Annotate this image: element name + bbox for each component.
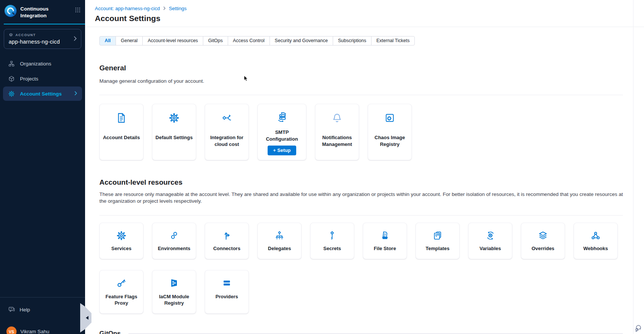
smtp-setup-button[interactable]: + Setup bbox=[268, 146, 297, 155]
card-secrets[interactable]: Secrets bbox=[310, 223, 354, 259]
card-notifications-management[interactable]: Notifications Management bbox=[315, 104, 359, 160]
tab-gitops[interactable]: GitOps bbox=[203, 36, 228, 46]
card-integration-cloud-cost[interactable]: Integration for cloud cost bbox=[205, 104, 249, 160]
chat-bubbles-icon bbox=[633, 323, 643, 332]
tab-general[interactable]: General bbox=[116, 36, 143, 46]
main-content: Account: app-harness-ng-cicd Settings Ac… bbox=[85, 0, 644, 334]
card-chaos-image-registry[interactable]: Chaos Image Registry bbox=[368, 104, 412, 160]
general-cards-row: Account Details Default Setti bbox=[99, 104, 623, 160]
gear-icon bbox=[168, 112, 180, 124]
card-variables[interactable]: Variables bbox=[468, 223, 512, 259]
user-menu[interactable]: VS Vikram Sahu bbox=[6, 326, 49, 334]
card-smtp-configuration[interactable]: SMTP Configuration + Setup bbox=[257, 104, 306, 160]
tab-all[interactable]: All bbox=[99, 36, 116, 46]
card-label: Delegates bbox=[265, 245, 294, 252]
card-webhooks[interactable]: Webhooks bbox=[574, 223, 618, 259]
support-chat-button[interactable] bbox=[633, 323, 643, 332]
section-divider bbox=[99, 215, 623, 216]
card-label: Feature Flags Proxy bbox=[100, 293, 143, 307]
resource-cards-row-1: Services Environments bbox=[99, 223, 623, 259]
gitops-section-title: GitOps bbox=[99, 330, 121, 334]
help-label: Help bbox=[20, 307, 30, 313]
sidebar-bottom-divider bbox=[0, 297, 85, 298]
gear-icon bbox=[8, 90, 15, 97]
card-label: Overrides bbox=[528, 245, 557, 252]
module-switcher-button[interactable] bbox=[75, 7, 81, 14]
account-selector[interactable]: ACCOUNT app-harness-ng-cicd bbox=[4, 29, 81, 49]
fork-arrows-icon bbox=[221, 230, 232, 241]
chevron-separator-icon bbox=[163, 6, 166, 11]
user-name: Vikram Sahu bbox=[20, 329, 49, 334]
resources-section-title: Account-level resources bbox=[99, 178, 623, 187]
card-providers[interactable]: Providers bbox=[205, 270, 249, 314]
module-flag-icon bbox=[168, 277, 180, 289]
card-delegates[interactable]: Delegates bbox=[257, 223, 301, 259]
resource-cards-row-2: Feature Flags Proxy IaCM Module Registry bbox=[99, 270, 623, 314]
gear-refresh-icon bbox=[485, 230, 496, 241]
card-label: Providers bbox=[213, 293, 241, 300]
card-file-store[interactable]: File Store bbox=[363, 223, 407, 259]
page-title: Account Settings bbox=[95, 14, 634, 23]
card-feature-flags-proxy[interactable]: Feature Flags Proxy bbox=[99, 270, 143, 314]
grid-icon bbox=[75, 7, 81, 13]
chevron-right-icon bbox=[75, 91, 77, 97]
avatar: VS bbox=[6, 326, 17, 334]
account-label: ACCOUNT bbox=[15, 33, 36, 37]
card-iacm-module-registry[interactable]: IaCM Module Registry bbox=[152, 270, 196, 314]
cube-icon bbox=[8, 75, 15, 82]
tab-subscriptions[interactable]: Subscriptions bbox=[333, 36, 371, 46]
hierarchy-icon bbox=[274, 230, 285, 241]
scroll-gutter bbox=[633, 0, 633, 334]
sidebar-item-projects[interactable]: Projects bbox=[3, 71, 82, 86]
card-account-details[interactable]: Account Details bbox=[99, 104, 143, 160]
webhook-icon bbox=[590, 230, 601, 241]
page-header: Account: app-harness-ng-cicd Settings Ac… bbox=[85, 0, 644, 27]
bell-icon bbox=[331, 112, 343, 124]
tab-account-level-resources[interactable]: Account-level resources bbox=[142, 36, 203, 46]
breadcrumb-account-link[interactable]: Account: app-harness-ng-cicd bbox=[95, 6, 160, 11]
card-services[interactable]: Services bbox=[99, 223, 143, 259]
org-chart-icon bbox=[8, 60, 15, 67]
card-connectors[interactable]: Connectors bbox=[205, 223, 249, 259]
layers-icon bbox=[537, 230, 548, 241]
card-label: Account Details bbox=[100, 134, 143, 141]
breadcrumb-settings-link[interactable]: Settings bbox=[169, 6, 187, 11]
gitops-divider bbox=[128, 333, 623, 334]
angled-key-icon bbox=[116, 277, 127, 289]
card-label: Services bbox=[108, 245, 135, 252]
key-icon bbox=[327, 230, 338, 241]
gitops-section-header: GitOps bbox=[99, 330, 623, 334]
section-divider bbox=[99, 95, 623, 95]
card-templates[interactable]: Templates bbox=[416, 223, 460, 259]
file-tray-icon bbox=[379, 230, 390, 241]
tab-access-control[interactable]: Access Control bbox=[228, 36, 270, 46]
document-icon bbox=[116, 112, 127, 124]
module-title: Continuous Integration bbox=[20, 5, 59, 19]
account-label-row: ACCOUNT bbox=[9, 33, 76, 37]
chevron-right-icon bbox=[74, 36, 77, 43]
smtp-server-icon bbox=[276, 111, 288, 123]
tab-external-tickets[interactable]: External Tickets bbox=[371, 36, 415, 46]
sidebar-item-organizations[interactable]: Organizations bbox=[3, 56, 82, 71]
help-button[interactable]: ? Help bbox=[8, 306, 30, 313]
harness-ci-logo-icon bbox=[5, 5, 17, 17]
card-label: Secrets bbox=[320, 245, 344, 252]
hexagons-icon bbox=[169, 230, 180, 241]
gear-icon bbox=[116, 230, 127, 241]
card-label: IaCM Module Registry bbox=[152, 293, 196, 307]
card-overrides[interactable]: Overrides bbox=[521, 223, 565, 259]
card-label: File Store bbox=[371, 245, 399, 252]
double-bars-icon bbox=[221, 277, 233, 289]
general-section-description: Manage general configuration of your acc… bbox=[99, 78, 623, 85]
resources-section-description: These are resource only manageable at th… bbox=[99, 191, 623, 205]
help-chat-icon: ? bbox=[8, 306, 15, 313]
sidebar-header: Continuous Integration bbox=[0, 0, 85, 24]
sidebar-item-account-settings[interactable]: Account Settings bbox=[3, 87, 82, 101]
card-environments[interactable]: Environments bbox=[152, 223, 196, 259]
card-label: Variables bbox=[477, 245, 504, 252]
card-label: Notifications Management bbox=[315, 134, 359, 147]
card-default-settings[interactable]: Default Settings bbox=[152, 104, 196, 160]
sidebar: Continuous Integration bbox=[0, 0, 85, 334]
tab-security-and-governance[interactable]: Security and Governance bbox=[269, 36, 333, 46]
settings-tab-bar: All General Account-level resources GitO… bbox=[99, 36, 415, 46]
